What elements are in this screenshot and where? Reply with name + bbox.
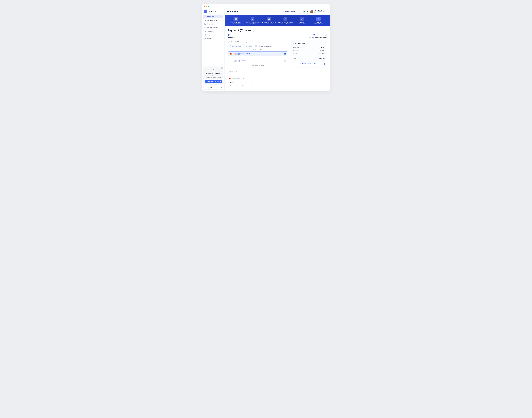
step-title: Create CoreTag Hosting	[262, 22, 276, 23]
step-subtitle: Snippet Hosting	[265, 23, 273, 24]
brand[interactable]: C CoreTag	[203, 10, 223, 15]
saved-card-mastercard[interactable]: Mastercard ending with 0987 Expiry 12/26	[228, 51, 288, 57]
option-label: Other Payment Methods	[258, 45, 272, 47]
pay-button[interactable]: Pay And Start Use Genie	[293, 62, 324, 66]
chevron-down-icon	[326, 11, 327, 12]
step-subtitle: Basic Configurations	[231, 23, 241, 24]
select-card-label: Select Your Card	[228, 49, 288, 50]
step-subtitle: Tag IDs & API Keys	[281, 23, 290, 24]
saved-card-visa[interactable]: VISA Visa ending with 1234 Expiry 10/27	[228, 58, 288, 64]
sidebar-item-label: Help Center	[207, 34, 215, 36]
user-name: John Onyena	[314, 10, 325, 11]
section-title: Payment (Checkout)	[228, 29, 327, 32]
total-label: Total	[293, 58, 296, 59]
arrow-up-circle-icon	[205, 87, 206, 89]
card-expiry: Expiry 12/26	[234, 54, 283, 55]
help-icon	[204, 34, 206, 36]
card-tag-icon	[230, 45, 231, 47]
tag-icon	[204, 27, 206, 28]
bell-icon	[300, 11, 301, 12]
summary-row: Discount $120.00	[293, 52, 324, 55]
summary-key: Genie pro	[293, 46, 299, 48]
account-icon	[235, 18, 237, 20]
step-summary[interactable]: Summary Verifying all Info	[294, 17, 310, 24]
step-configure[interactable]: Configure CoreTag Hosting Tag IDs & API …	[277, 17, 294, 24]
card-holder-input[interactable]	[229, 70, 286, 72]
promo-title: Introducing CoreTag AI	[205, 73, 222, 74]
chevron-up-icon	[307, 11, 308, 12]
window-zoom-dot[interactable]	[208, 6, 209, 7]
step-title: Create CoreTag Containers	[245, 22, 260, 23]
sidebar-item-dashboard[interactable]: Dashboard	[203, 15, 223, 18]
card-holder-label: Card Holder	[228, 67, 288, 69]
box-icon	[252, 18, 253, 20]
sidebar: C CoreTag Dashboard Marketing Tools Anal…	[202, 8, 225, 91]
card-expiry: Expiry 10/27	[234, 61, 283, 62]
option-paypal[interactable]: P PayPal	[244, 45, 252, 47]
play-icon	[206, 81, 208, 82]
option-other[interactable]: Other Payment Methods	[255, 45, 272, 47]
sidebar-item-label: Tag Management	[207, 27, 218, 28]
main-panel: Dashboard Go Premium	[225, 8, 330, 91]
progress-step-confirm: Confirmation	[320, 34, 327, 38]
promo-close-button[interactable]: ✕	[221, 67, 223, 69]
crown-icon	[285, 11, 287, 12]
sidebar-item-analytics[interactable]: Analytics	[203, 22, 223, 26]
window-titlebar	[202, 4, 330, 8]
option-pay-with-card[interactable]: Pay with Card	[228, 45, 241, 47]
step-subtitle: Verifying all Info	[298, 23, 306, 24]
card-name: Visa ending with 1234	[234, 60, 283, 61]
summary-key: Discount	[293, 52, 298, 54]
svg-point-4	[205, 38, 206, 39]
step-payment[interactable]: Payment Confirming Payment	[310, 17, 326, 24]
go-premium-button[interactable]: Go Premium	[284, 10, 297, 13]
summary-total-row: Total $550.50	[293, 57, 324, 60]
card-number-input[interactable]	[232, 78, 286, 79]
pay-button-label: Pay And Start Use Genie	[302, 63, 317, 65]
cvv-input[interactable]	[242, 84, 258, 86]
promo-text: AI is advanced enough to deliver value a…	[205, 75, 222, 78]
language-selector[interactable]	[303, 10, 309, 13]
summary-value: $120.00	[320, 52, 324, 54]
user-info: John Onyena johnonyena0@gmail.com Admin	[314, 10, 325, 13]
user-menu[interactable]: John Onyena johnonyena0@gmail.com Admin	[310, 10, 327, 13]
payment-method-sub: Choose your preferred payment method.	[228, 42, 288, 43]
step-containers[interactable]: Create CoreTag Containers Name and Type	[244, 17, 261, 24]
premium-label: Go Premium	[287, 11, 295, 12]
logout-button[interactable]: Log Out	[203, 86, 219, 90]
progress-dot-current	[313, 34, 315, 36]
sidebar-item-settings[interactable]: Settings	[203, 37, 223, 40]
sidebar-item-marketing[interactable]: Marketing Tools	[203, 19, 223, 22]
card-selected-indicator	[284, 60, 286, 62]
window-minimize-dot[interactable]	[206, 6, 207, 7]
summary-value: $30.50	[320, 49, 324, 51]
avatar	[310, 10, 313, 13]
exit-icon-button[interactable]	[220, 86, 223, 90]
promo-demo-button[interactable]: Watch a 1-min demo	[205, 80, 222, 83]
sidebar-item-help[interactable]: Help Center	[203, 33, 223, 36]
step-hosting[interactable]: Create CoreTag Hosting Snippet Hosting	[261, 17, 277, 24]
step-title: Configure CoreTag Hosting	[278, 22, 293, 23]
checkout-progress: ✓ Select Plans Payment Methods Confirmat…	[228, 34, 327, 38]
notifications-button[interactable]	[298, 10, 302, 13]
svg-rect-10	[268, 19, 270, 20]
nigeria-flag-icon	[304, 11, 306, 12]
document-icon	[301, 18, 303, 20]
svg-point-8	[236, 19, 236, 19]
card-number-label: Card Number	[228, 74, 288, 76]
progress-step-plans: ✓ Select Plans	[228, 34, 309, 38]
sidebar-item-label: Settings	[207, 38, 212, 39]
sidebar-item-profile[interactable]: My Profile	[203, 29, 223, 33]
magic-wand-icon	[212, 68, 215, 72]
order-summary: Order Summary Genie pro $400.00 Sale Tax…	[290, 40, 327, 68]
payment-method-heading: Payment Method	[228, 40, 288, 42]
summary-value: $400.00	[320, 46, 324, 48]
step-title: Payment	[316, 22, 321, 23]
divider	[293, 56, 324, 56]
sidebar-item-label: Analytics	[207, 23, 213, 25]
brand-logo-icon: C	[204, 10, 207, 13]
tools-icon	[285, 18, 286, 20]
step-account[interactable]: CoreTag Account Basic Configurations	[228, 17, 244, 24]
window-close-dot[interactable]	[204, 6, 205, 7]
sidebar-item-tag-management[interactable]: Tag Management	[203, 26, 223, 29]
